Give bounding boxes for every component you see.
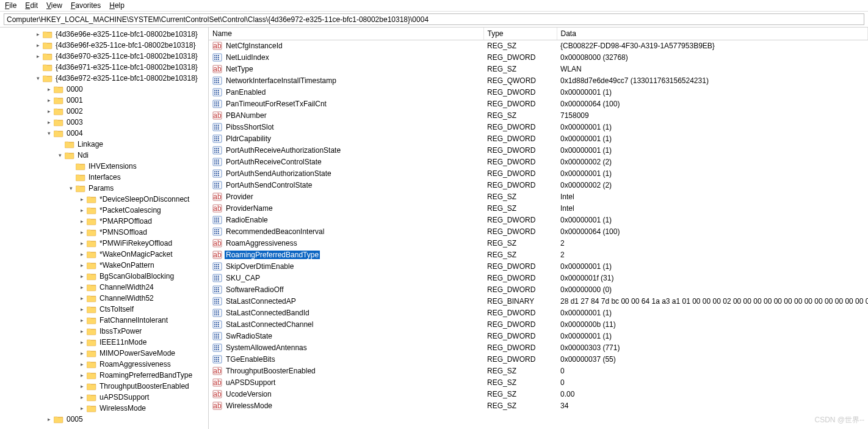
value-row[interactable]: SKU_CAPREG_DWORD0x0000001f (31) bbox=[209, 273, 868, 284]
chevron-right-icon[interactable]: ▸ bbox=[77, 328, 87, 334]
chevron-down-icon[interactable]: ▾ bbox=[55, 152, 65, 158]
col-name[interactable]: Name bbox=[209, 28, 483, 40]
tree-item[interactable]: ▸{4d36e970-e325-11ce-bfc1-08002be10318} bbox=[0, 51, 208, 62]
chevron-right-icon[interactable]: ▸ bbox=[33, 31, 43, 37]
tree-item[interactable]: ▸RoamingPreferredBandType bbox=[0, 370, 208, 381]
tree-item[interactable]: Interfaces bbox=[0, 172, 208, 183]
value-row[interactable]: SwRadioStateREG_DWORD0x00000001 (1) bbox=[209, 331, 868, 342]
tree-item[interactable]: ▸ThroughputBoosterEnabled bbox=[0, 381, 208, 392]
tree-item[interactable]: ▸*PMNSOffload bbox=[0, 227, 208, 238]
chevron-down-icon[interactable]: ▾ bbox=[33, 75, 43, 81]
tree-item[interactable]: ▸0000 bbox=[0, 84, 208, 95]
tree-item[interactable]: ▸ChannelWidth52 bbox=[0, 293, 208, 304]
tree-item[interactable]: {4d36e971-e325-11ce-bfc1-08002be10318} bbox=[0, 62, 208, 73]
value-row[interactable]: abRoamingPreferredBandTypeREG_SZ2 bbox=[209, 249, 868, 261]
chevron-right-icon[interactable]: ▸ bbox=[77, 361, 87, 367]
value-row[interactable]: PortAuthSendControlStateREG_DWORD0x00000… bbox=[209, 180, 868, 191]
tree-item[interactable]: ▸*PMWiFiRekeyOffload bbox=[0, 238, 208, 249]
value-row[interactable]: PortAuthReceiveAuthorizationStateREG_DWO… bbox=[209, 145, 868, 156]
tree-pane[interactable]: ▸{4d36e96e-e325-11ce-bfc1-08002be10318}▸… bbox=[0, 28, 209, 429]
value-row[interactable]: PldrCapabilityREG_DWORD0x00000001 (1) bbox=[209, 133, 868, 145]
chevron-right-icon[interactable]: ▸ bbox=[77, 251, 87, 257]
tree-item[interactable]: ▸0002 bbox=[0, 106, 208, 117]
chevron-right-icon[interactable]: ▸ bbox=[77, 218, 87, 224]
chevron-right-icon[interactable]: ▸ bbox=[44, 97, 54, 103]
tree-item[interactable]: ▸*WakeOnPattern bbox=[0, 260, 208, 271]
tree-item[interactable]: ▸ChannelWidth24 bbox=[0, 282, 208, 293]
chevron-right-icon[interactable]: ▸ bbox=[77, 394, 87, 400]
chevron-right-icon[interactable]: ▸ bbox=[44, 119, 54, 125]
chevron-right-icon[interactable]: ▸ bbox=[44, 108, 54, 114]
tree-item[interactable]: ▸MIMOPowerSaveMode bbox=[0, 348, 208, 359]
value-row[interactable]: abUcodeVersionREG_SZ0.00 bbox=[209, 389, 868, 400]
value-row[interactable]: TGeEnableBitsREG_DWORD0x00000037 (55) bbox=[209, 354, 868, 365]
tree-item[interactable]: ▾{4d36e972-e325-11ce-bfc1-08002be10318} bbox=[0, 73, 208, 84]
values-pane[interactable]: Name Type Data abNetCfgInstanceIdREG_SZ{… bbox=[209, 28, 868, 429]
tree-item[interactable]: ▸IbssTxPower bbox=[0, 326, 208, 337]
value-row[interactable]: PanEnabledREG_DWORD0x00000001 (1) bbox=[209, 87, 868, 98]
tree-item[interactable]: ▸uAPSDSupport bbox=[0, 392, 208, 403]
chevron-right-icon[interactable]: ▸ bbox=[77, 306, 87, 312]
tree-item[interactable]: ▸*DeviceSleepOnDisconnect bbox=[0, 194, 208, 205]
tree-item[interactable]: ▸{4d36e96e-e325-11ce-bfc1-08002be10318} bbox=[0, 29, 208, 40]
chevron-right-icon[interactable]: ▸ bbox=[77, 273, 87, 279]
tree-item[interactable]: ▸FatChannelIntolerant bbox=[0, 315, 208, 326]
value-row[interactable]: NetworkInterfaceInstallTimestampREG_QWOR… bbox=[209, 75, 868, 87]
chevron-down-icon[interactable]: ▾ bbox=[66, 185, 76, 191]
chevron-right-icon[interactable]: ▸ bbox=[77, 229, 87, 235]
value-row[interactable]: NetLuidIndexREG_DWORD0x00008000 (32768) bbox=[209, 52, 868, 64]
value-row[interactable]: abProviderREG_SZIntel bbox=[209, 191, 868, 203]
address-input[interactable] bbox=[4, 13, 864, 25]
value-row[interactable]: abWirelessModeREG_SZ34 bbox=[209, 400, 868, 412]
chevron-right-icon[interactable]: ▸ bbox=[77, 284, 87, 290]
tree-item[interactable]: ▸RoamAggressiveness bbox=[0, 359, 208, 370]
value-row[interactable]: abPBANumberREG_SZ7158009 bbox=[209, 110, 868, 122]
value-row[interactable]: StaLastConnectedAPREG_BINARY28 d1 27 84 … bbox=[209, 296, 868, 307]
col-data[interactable]: Data bbox=[557, 28, 868, 40]
tree-item[interactable]: ▸{4d36e96f-e325-11ce-bfc1-08002be10318} bbox=[0, 40, 208, 51]
tree-item[interactable]: ▾0004 bbox=[0, 128, 208, 139]
value-row[interactable]: abThroughputBoosterEnabledREG_SZ0 bbox=[209, 365, 868, 377]
tree-item[interactable]: ▸0005 bbox=[0, 414, 208, 425]
chevron-right-icon[interactable]: ▸ bbox=[77, 196, 87, 202]
value-row[interactable]: StaLastConnectedBandIdREG_DWORD0x0000000… bbox=[209, 307, 868, 319]
value-row[interactable]: RadioEnableREG_DWORD0x00000001 (1) bbox=[209, 215, 868, 226]
menu-view[interactable]: View bbox=[46, 1, 62, 10]
menu-edit[interactable]: Edit bbox=[25, 1, 38, 10]
value-row[interactable]: SoftwareRadioOffREG_DWORD0x00000000 (0) bbox=[209, 284, 868, 296]
chevron-right-icon[interactable]: ▸ bbox=[33, 42, 43, 48]
chevron-right-icon[interactable]: ▸ bbox=[77, 317, 87, 323]
value-row[interactable]: abRoamAggressivenessREG_SZ2 bbox=[209, 238, 868, 249]
value-row[interactable]: abProviderNameREG_SZIntel bbox=[209, 203, 868, 215]
chevron-right-icon[interactable]: ▸ bbox=[77, 240, 87, 246]
tree-item[interactable]: ▸0003 bbox=[0, 117, 208, 128]
value-row[interactable]: SystemAllowedAntennasREG_DWORD0x00000303… bbox=[209, 342, 868, 354]
menu-file[interactable]: File bbox=[5, 1, 16, 10]
value-row[interactable]: abNetTypeREG_SZWLAN bbox=[209, 64, 868, 75]
value-row[interactable]: abNetCfgInstanceIdREG_SZ{CB00822F-DD98-4… bbox=[209, 40, 868, 52]
tree-item[interactable]: ▾Ndi bbox=[0, 150, 208, 161]
tree-item[interactable]: ▸*PacketCoalescing bbox=[0, 205, 208, 216]
tree-item[interactable]: ▸WirelessMode bbox=[0, 403, 208, 414]
menu-help[interactable]: Help bbox=[109, 1, 125, 10]
chevron-down-icon[interactable]: ▾ bbox=[44, 130, 54, 136]
value-row[interactable]: PibssShortSlotREG_DWORD0x00000001 (1) bbox=[209, 122, 868, 133]
value-row[interactable]: PortAuthSendAuthorizationStateREG_DWORD0… bbox=[209, 168, 868, 180]
tree-item[interactable]: ▸*PMARPOffload bbox=[0, 216, 208, 227]
tree-item[interactable]: ▸0001 bbox=[0, 95, 208, 106]
tree-item[interactable]: ▸BgScanGlobalBlocking bbox=[0, 271, 208, 282]
value-row[interactable]: PortAuthReceiveControlStateREG_DWORD0x00… bbox=[209, 156, 868, 168]
chevron-right-icon[interactable]: ▸ bbox=[33, 53, 43, 59]
value-row[interactable]: StaLastConnectedChannelREG_DWORD0x000000… bbox=[209, 319, 868, 331]
chevron-right-icon[interactable]: ▸ bbox=[77, 207, 87, 213]
chevron-right-icon[interactable]: ▸ bbox=[77, 383, 87, 389]
tree-item[interactable]: ▸*WakeOnMagicPacket bbox=[0, 249, 208, 260]
chevron-right-icon[interactable]: ▸ bbox=[44, 86, 54, 92]
value-row[interactable]: abuAPSDSupportREG_SZ0 bbox=[209, 377, 868, 389]
tree-item[interactable]: IHVExtensions bbox=[0, 161, 208, 172]
value-row[interactable]: SkipOverDtimEnableREG_DWORD0x00000001 (1… bbox=[209, 261, 868, 273]
chevron-right-icon[interactable]: ▸ bbox=[44, 416, 54, 422]
tree-item[interactable]: ▸IEEE11nMode bbox=[0, 337, 208, 348]
chevron-right-icon[interactable]: ▸ bbox=[77, 405, 87, 411]
tree-item[interactable]: Linkage bbox=[0, 139, 208, 150]
